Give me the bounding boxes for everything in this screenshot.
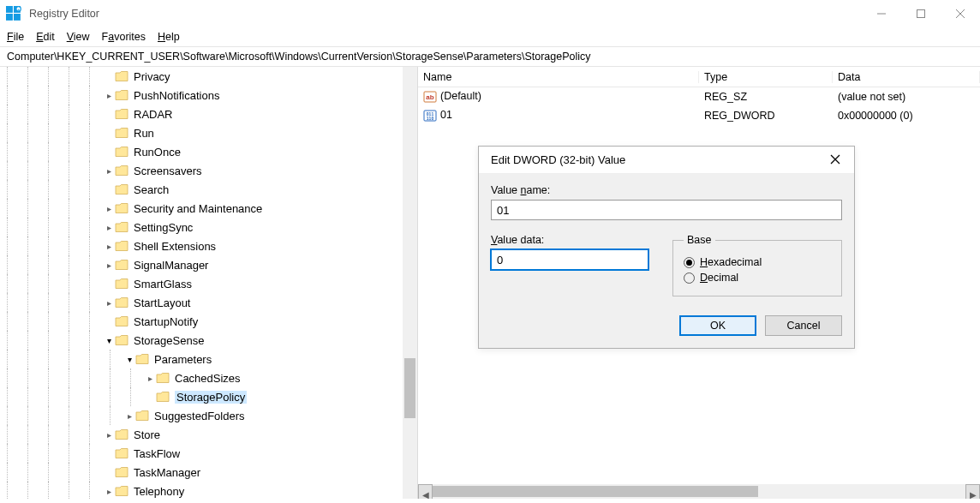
radio-dec[interactable]: Decimal xyxy=(684,272,831,284)
tree-item-label: Screensavers xyxy=(134,165,201,177)
tree-item[interactable]: ▸Telephony xyxy=(0,482,417,499)
ok-button[interactable]: OK xyxy=(679,315,756,336)
folder-icon xyxy=(115,165,128,177)
expander-icon[interactable]: ▸ xyxy=(103,91,115,100)
expander-icon[interactable]: ▸ xyxy=(144,374,156,383)
menubar: File Edit View Favorites Help xyxy=(0,27,980,46)
dword-value-icon: 011110 xyxy=(423,109,437,123)
value-data-input[interactable] xyxy=(491,249,648,270)
expander-icon[interactable]: ▸ xyxy=(103,204,115,213)
scrollbar-thumb[interactable] xyxy=(433,486,758,497)
expander-icon[interactable]: ▸ xyxy=(103,166,115,176)
radio-dec-icon xyxy=(684,272,695,284)
expander-icon[interactable]: ▸ xyxy=(103,242,115,251)
svg-rect-7 xyxy=(917,10,925,18)
radio-hex-icon xyxy=(684,257,695,268)
value-row[interactable]: ab(Default)REG_SZ(value not set) xyxy=(418,87,980,106)
col-name[interactable]: Name xyxy=(418,71,699,83)
tree-item[interactable]: ▸StartLayout xyxy=(0,293,417,312)
folder-icon xyxy=(115,315,128,327)
folder-icon xyxy=(115,183,128,195)
scroll-left-icon[interactable]: ◀ xyxy=(418,484,433,499)
tree-item-label: SignalManager xyxy=(134,259,208,272)
expander-icon[interactable]: ▾ xyxy=(103,336,115,345)
tree-item[interactable]: ▸Store xyxy=(0,425,417,444)
address-bar[interactable]: Computer\HKEY_CURRENT_USER\Software\Micr… xyxy=(0,46,980,67)
menu-edit[interactable]: Edit xyxy=(36,31,55,43)
menu-favorites[interactable]: Favorites xyxy=(102,31,146,43)
titlebar: + Registry Editor xyxy=(0,0,980,27)
tree-item[interactable]: ▸Security and Maintenance xyxy=(0,199,417,218)
tree-item[interactable]: SmartGlass xyxy=(0,274,417,293)
tree-item[interactable]: ▸SuggestedFolders xyxy=(0,406,417,425)
value-data: 0x00000000 (0) xyxy=(833,110,980,122)
tree-item[interactable]: ▸SettingSync xyxy=(0,218,417,237)
menu-help[interactable]: Help xyxy=(158,31,180,43)
folder-icon xyxy=(115,221,128,233)
tree-item[interactable]: ▸SignalManager xyxy=(0,255,417,274)
svg-rect-2 xyxy=(6,14,13,21)
value-row[interactable]: 01111001REG_DWORD0x00000000 (0) xyxy=(418,106,980,125)
tree-item-label: TaskManager xyxy=(134,466,200,479)
radio-hex[interactable]: Hexadecimal xyxy=(684,256,831,268)
expander-icon[interactable]: ▸ xyxy=(123,411,135,421)
folder-icon xyxy=(156,372,170,384)
expander-icon[interactable]: ▸ xyxy=(103,260,115,270)
tree-item[interactable]: Privacy xyxy=(0,67,417,86)
folder-icon xyxy=(115,278,128,290)
tree-item[interactable]: RunOnce xyxy=(0,142,417,161)
dialog-close-icon[interactable] xyxy=(827,153,844,168)
tree-item-label: Privacy xyxy=(134,70,170,83)
expander-icon[interactable]: ▸ xyxy=(103,430,115,440)
tree-item[interactable]: TaskFlow xyxy=(0,444,417,463)
cancel-button[interactable]: Cancel xyxy=(765,315,842,336)
tree-item[interactable]: Search xyxy=(0,180,417,199)
scrollbar-thumb[interactable] xyxy=(404,358,415,418)
svg-text:ab: ab xyxy=(426,93,433,101)
tree-item-label: PushNotifications xyxy=(134,89,219,102)
tree-item-label: RADAR xyxy=(134,108,173,121)
menu-file[interactable]: File xyxy=(7,31,24,43)
svg-text:+: + xyxy=(17,7,20,12)
col-type[interactable]: Type xyxy=(699,71,833,83)
tree-item[interactable]: StoragePolicy xyxy=(0,387,417,406)
scroll-right-icon[interactable]: ▶ xyxy=(965,484,980,499)
tree-item[interactable]: ▾Parameters xyxy=(0,350,417,368)
value-data: (value not set) xyxy=(833,91,980,103)
folder-icon xyxy=(115,89,128,101)
col-data[interactable]: Data xyxy=(833,71,980,83)
close-button[interactable] xyxy=(941,0,980,27)
main-split: Privacy▸PushNotificationsRADARRunRunOnce… xyxy=(0,67,980,499)
value-name-input[interactable] xyxy=(491,200,842,220)
minimize-button[interactable] xyxy=(862,0,901,27)
tree-item-label: Search xyxy=(134,183,169,196)
window-title: Registry Editor xyxy=(29,8,99,20)
tree-item[interactable]: ▸Shell Extensions xyxy=(0,237,417,255)
tree-item[interactable]: StartupNotify xyxy=(0,312,417,331)
tree-pane: Privacy▸PushNotificationsRADARRunRunOnce… xyxy=(0,67,418,499)
tree-item[interactable]: ▸PushNotifications xyxy=(0,86,417,105)
folder-icon xyxy=(115,240,128,252)
tree-item[interactable]: ▸Screensavers xyxy=(0,161,417,180)
tree-item-label: Store xyxy=(134,428,160,441)
expander-icon[interactable]: ▸ xyxy=(103,298,115,308)
list-horizontal-scrollbar[interactable]: ◀ ▶ xyxy=(418,484,980,499)
tree-item-label: RunOnce xyxy=(134,146,181,159)
radio-hex-label: Hexadecimal xyxy=(700,256,762,268)
tree-item[interactable]: ▾StorageSense xyxy=(0,331,417,350)
expander-icon[interactable]: ▸ xyxy=(103,487,115,496)
expander-icon[interactable]: ▾ xyxy=(123,355,135,364)
tree-scroll[interactable]: Privacy▸PushNotificationsRADARRunRunOnce… xyxy=(0,67,417,499)
menu-view[interactable]: View xyxy=(67,31,90,43)
folder-icon xyxy=(115,334,128,346)
tree-vertical-scrollbar[interactable] xyxy=(403,67,417,499)
tree-item-label: Security and Maintenance xyxy=(134,202,262,215)
maximize-button[interactable] xyxy=(901,0,941,27)
regedit-icon: + xyxy=(5,5,22,22)
expander-icon[interactable]: ▸ xyxy=(103,223,115,232)
tree-item[interactable]: TaskManager xyxy=(0,463,417,482)
tree-item[interactable]: RADAR xyxy=(0,105,417,123)
tree-item[interactable]: ▸CachedSizes xyxy=(0,368,417,387)
string-value-icon: ab xyxy=(423,90,437,104)
tree-item[interactable]: Run xyxy=(0,123,417,142)
